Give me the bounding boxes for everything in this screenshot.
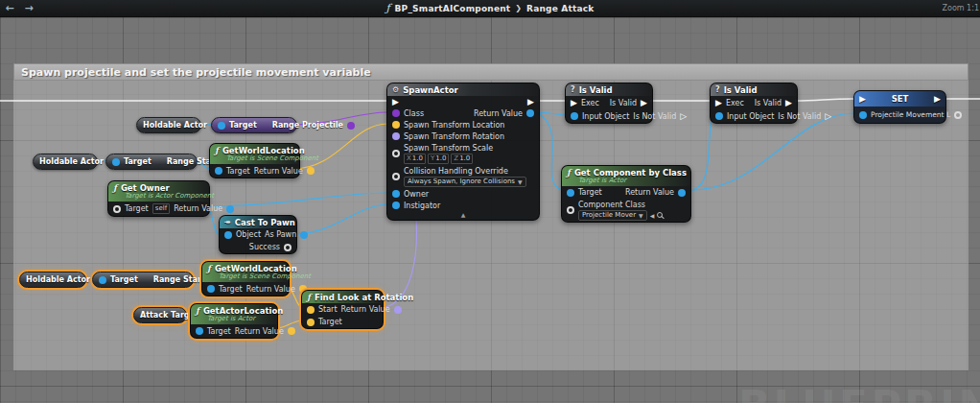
pin-row-rotation: Spawn Transform Rotation <box>387 130 539 142</box>
pin-row-success: Success <box>220 241 296 253</box>
wrench-icon: ⚙ <box>392 85 399 94</box>
component-class-pin[interactable] <box>567 206 574 214</box>
variable-output-pin[interactable] <box>954 111 962 119</box>
exec-out-pin[interactable]: ▶ <box>934 94 941 104</box>
node-cast-to-pawn[interactable]: ↠ Cast To Pawn Object As Pawn Success <box>219 215 297 254</box>
return-value-pin[interactable] <box>226 205 234 213</box>
pin-label: Return Value <box>174 204 222 213</box>
target-pin[interactable] <box>215 167 222 175</box>
node-header[interactable]: ƒ GetWorldLocation Target is Scene Compo… <box>202 262 289 282</box>
is-valid-exec-pin[interactable]: ▶ <box>785 98 792 107</box>
is-not-valid-exec-pin[interactable]: ▷ <box>825 111 831 121</box>
breadcrumb-graph-name[interactable]: Range Attack <box>526 4 594 13</box>
node-get-actor-location[interactable]: ƒ GetActorLocation Target is Actor Targe… <box>190 303 278 339</box>
success-pin[interactable] <box>284 244 292 251</box>
exec-out-pin[interactable]: ▶ <box>527 97 534 107</box>
pin-row-collision: Collision Handling Override Always Spawn… <box>387 165 539 188</box>
variable-pill-range-projectile[interactable]: Target Range Projectile <box>211 117 297 133</box>
breadcrumb-blueprint-name[interactable]: BP_SmartAIComponent <box>395 4 511 13</box>
instigator-pin[interactable] <box>392 202 400 209</box>
target-pin[interactable] <box>207 285 215 293</box>
variable-input-pin[interactable] <box>859 111 867 119</box>
variable-pill-holdable-actor-3[interactable]: Holdable Actor <box>19 272 86 288</box>
spawn-scale-pin[interactable] <box>392 150 400 157</box>
node-get-world-location-1[interactable]: ƒ GetWorldLocation Target is Scene Compo… <box>209 143 300 178</box>
is-valid-exec-pin[interactable]: ▶ <box>641 98 647 107</box>
node-header[interactable]: ⚙ SpawnActor <box>387 83 539 96</box>
return-value-pin[interactable] <box>288 327 295 335</box>
target-input-pin[interactable] <box>218 122 225 130</box>
use-selected-asset-icon[interactable]: ◀ <box>650 212 655 219</box>
node-is-valid-1[interactable]: ? Is Valid ▶ Exec Is Valid ▶ Input Objec… <box>565 83 653 124</box>
node-title: Find Look at Rotation <box>315 293 413 302</box>
node-header[interactable]: ? Is Valid <box>566 83 652 96</box>
node-find-look-at-rotation[interactable]: ƒ Find Look at Rotation Start Return Val… <box>301 290 384 329</box>
node-get-component-by-class[interactable]: ƒ Get Component by Class Target is Actor… <box>561 165 691 223</box>
exec-in-pin[interactable]: ▶ <box>392 97 399 107</box>
scale-x-field[interactable]: X1.0 <box>404 154 426 164</box>
return-value-pin[interactable] <box>526 109 534 117</box>
scale-z-field[interactable]: Z1.0 <box>451 154 473 164</box>
node-header[interactable]: ƒ Get Owner Target is Actor Component <box>108 181 209 202</box>
pin-label: Success <box>249 243 280 251</box>
collapse-arrow-icon[interactable]: ▲ <box>387 211 539 220</box>
output-pin[interactable] <box>347 122 355 130</box>
target-pin[interactable] <box>567 189 574 197</box>
node-header[interactable]: ƒ GetWorldLocation Target is Scene Compo… <box>210 144 299 164</box>
target-input-pin[interactable] <box>112 158 120 166</box>
chevron-down-icon: ▼ <box>518 178 523 186</box>
node-header[interactable]: ↠ Cast To Pawn <box>220 216 296 228</box>
pin-label: Target <box>219 285 243 294</box>
collision-handling-dropdown[interactable]: Always Spawn, Ignore Collisions▼ <box>404 177 526 187</box>
scale-y-field[interactable]: Y1.0 <box>428 154 449 164</box>
spawn-location-pin[interactable] <box>392 121 400 129</box>
variable-pill-range-start-point-1[interactable]: Target Range Start Point <box>105 154 198 170</box>
pin-label: Spawn Transform Rotation <box>404 132 504 141</box>
browse-icon[interactable] <box>657 212 663 218</box>
exec-in-pin[interactable]: ▶ <box>715 98 722 107</box>
node-header[interactable]: ? Is Valid <box>711 83 797 96</box>
node-set-projectile-movement[interactable]: ▶ SET ▶ Projectile Movement L <box>853 90 946 124</box>
node-get-owner[interactable]: ƒ Get Owner Target is Actor Component Ta… <box>107 180 210 217</box>
component-class-dropdown[interactable]: Projectile Mover ▼ <box>578 210 647 221</box>
node-header[interactable]: ▶ SET ▶ <box>854 91 945 107</box>
return-value-pin[interactable] <box>678 189 686 197</box>
target-pin[interactable] <box>196 327 203 335</box>
node-header[interactable]: ƒ GetActorLocation Target is Actor <box>191 304 277 324</box>
function-icon: ƒ <box>385 2 389 14</box>
node-get-world-location-2[interactable]: ƒ GetWorldLocation Target is Scene Compo… <box>201 261 290 296</box>
pin-label: Return Value <box>246 285 295 294</box>
as-pawn-pin[interactable] <box>300 231 308 239</box>
variable-pill-holdable-actor-1[interactable]: Holdable Actor <box>136 117 201 133</box>
target-input-pin[interactable] <box>99 276 106 284</box>
object-pin[interactable] <box>224 231 232 239</box>
class-input-pin[interactable] <box>392 109 400 117</box>
exec-in-pin[interactable]: ▶ <box>571 98 577 107</box>
input-object-pin[interactable] <box>571 112 578 120</box>
node-header[interactable]: ƒ Find Look at Rotation <box>302 291 383 303</box>
spawn-rotation-pin[interactable] <box>392 132 400 140</box>
return-value-pin[interactable] <box>307 167 315 175</box>
is-not-valid-exec-pin[interactable]: ▷ <box>680 111 687 121</box>
variable-pill-attack-target[interactable]: Attack Target <box>133 307 187 323</box>
exec-in-pin[interactable]: ▶ <box>859 94 866 104</box>
target-pin[interactable] <box>113 205 121 213</box>
self-field[interactable]: self <box>152 203 170 214</box>
start-pin[interactable] <box>307 306 315 314</box>
pin-row-input-object: Input Object Is Not Valid ▷ <box>711 109 797 123</box>
pin-label: Exec <box>581 99 599 107</box>
node-title: SpawnActor <box>403 85 458 95</box>
variable-pill-range-start-point-2[interactable]: Target Range Start Point <box>92 272 194 288</box>
breadcrumb: ƒ BP_SmartAIComponent ❯ Range Attack <box>0 2 980 14</box>
comment-box-header[interactable]: Spawn projectile and set the projectile … <box>13 63 968 81</box>
node-is-valid-2[interactable]: ? Is Valid ▶ Exec Is Valid ▶ Input Objec… <box>710 83 798 124</box>
variable-pill-holdable-actor-2[interactable]: Holdable Actor <box>33 154 98 170</box>
owner-pin[interactable] <box>392 190 400 198</box>
input-object-pin[interactable] <box>715 112 723 120</box>
node-header[interactable]: ƒ Get Component by Class Target is Actor <box>562 166 690 186</box>
target-pin[interactable] <box>307 319 315 326</box>
return-value-pin[interactable] <box>394 306 402 314</box>
collision-handling-pin[interactable] <box>392 173 400 180</box>
node-spawn-actor[interactable]: ⚙ SpawnActor ▶ ▶ Class Return Value Spaw… <box>386 83 540 221</box>
pin-row-instigator: Instigator <box>387 200 539 211</box>
